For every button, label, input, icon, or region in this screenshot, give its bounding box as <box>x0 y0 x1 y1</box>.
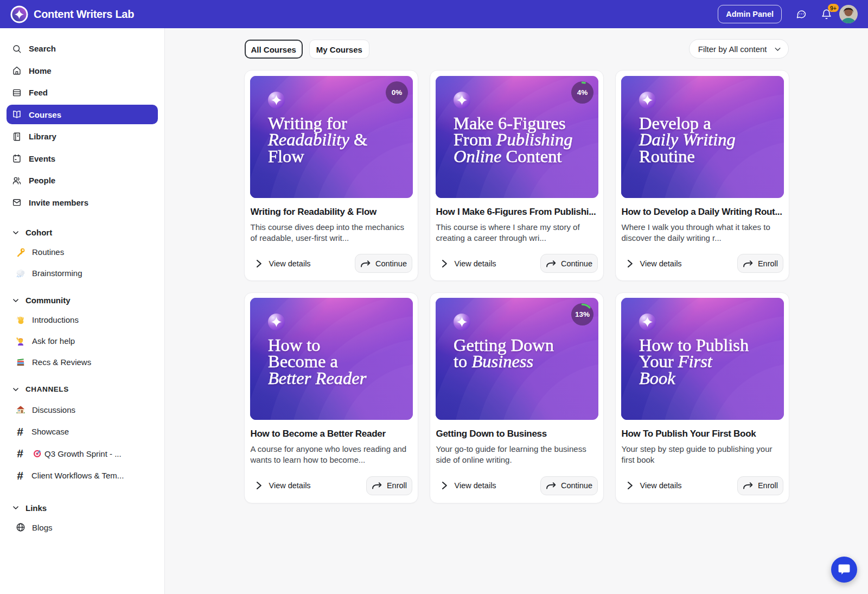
svg-text:Book: Book <box>639 368 675 388</box>
svg-text:Better Reader: Better Reader <box>268 368 367 388</box>
svg-text:4%: 4% <box>577 88 588 97</box>
svg-text:Online Content: Online Content <box>454 146 562 165</box>
svg-text:0%: 0% <box>391 88 402 97</box>
svg-text:Routine: Routine <box>639 146 695 165</box>
svg-text:13%: 13% <box>575 310 589 318</box>
svg-text:Flow: Flow <box>268 146 304 165</box>
svg-text:to Business: to Business <box>454 352 533 371</box>
